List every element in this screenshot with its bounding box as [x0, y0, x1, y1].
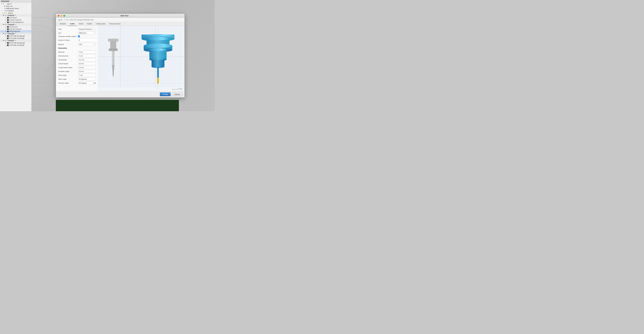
form-row-inclusive-angle: Inclusive angle fx: [58, 82, 96, 84]
diameter-input[interactable]: [78, 51, 96, 54]
tab-cutting-data[interactable]: Cutting data: [94, 22, 107, 26]
tab-post-processor[interactable]: Post processor: [107, 22, 123, 26]
tip-diameter-value: [78, 58, 96, 61]
type-label: Type: [58, 28, 77, 30]
tip-diameter-input[interactable]: [78, 58, 96, 61]
maximize-button[interactable]: [64, 15, 65, 17]
form-row-shoulder-length: Shoulder length: [58, 70, 96, 73]
svg-point-32: [150, 48, 166, 51]
form-row-length-below-holder: Length below holder: [58, 66, 96, 69]
flutes-value: ▲ ▼: [78, 38, 98, 42]
fx-button[interactable]: fx: [94, 82, 96, 84]
spindle-label: Clockwise spindle rotation: [58, 36, 77, 37]
tool-preview-large: [136, 29, 180, 89]
tab-cutter[interactable]: Cutter: [68, 22, 77, 26]
tip-diameter-label: Tip diameter: [58, 59, 77, 61]
dialog-tabs: General Cutter Shaft Holder Cutting data…: [56, 22, 184, 26]
svg-rect-4: [64, 19, 65, 19]
unit-label: Unit: [58, 32, 77, 34]
svg-point-29: [144, 44, 172, 48]
diameter-label: Diameter: [58, 51, 77, 53]
form-row-flute-length: Flute length: [58, 74, 96, 77]
tool-icon-small: [64, 19, 66, 21]
type-value: Engrave/Chamfer mill ▼: [78, 28, 96, 31]
breadcrumb-separator: /: [63, 19, 63, 21]
spindle-checkbox[interactable]: [78, 35, 80, 37]
svg-point-26: [146, 37, 170, 40]
inclusive-angle-value: fx: [78, 82, 96, 84]
tab-holder[interactable]: Holder: [85, 22, 94, 26]
tool-preview-small: [107, 37, 120, 83]
scale-line-icon: [172, 89, 178, 89]
breadcrumb-tool-name: 50 - ⌀2mm 45° (Engrave/Chamfer mill): [66, 19, 94, 21]
svg-rect-37: [157, 67, 159, 78]
type-select[interactable]: Engrave/Chamfer mill: [78, 28, 96, 31]
dialog-preview: 5 mm: [98, 26, 184, 91]
form-row-spindle: Clockwise spindle rotation: [58, 35, 96, 37]
cancel-button[interactable]: Cancel: [172, 92, 182, 96]
material-value: HSS ▼: [78, 43, 96, 46]
material-select[interactable]: HSS: [78, 43, 96, 46]
inclusive-angle-label: Inclusive angle: [58, 82, 77, 84]
flute-length-value: [78, 74, 96, 77]
svg-rect-16: [112, 51, 114, 65]
shoulder-length-label: Shoulder length: [58, 71, 77, 72]
form-row-taper-angle: Taper angle: [58, 78, 96, 81]
tab-shaft[interactable]: Shaft: [77, 22, 85, 26]
dialog-form: Type Engrave/Chamfer mill ▼ Unit Millime…: [56, 26, 98, 91]
taper-angle-label: Taper angle: [58, 78, 77, 80]
inclusive-angle-input[interactable]: [78, 82, 94, 84]
tool-preview-container: [98, 26, 184, 91]
flute-length-label: Flute length: [58, 74, 77, 76]
scale-label: 5 mm: [178, 88, 182, 90]
form-row-type: Type Engrave/Chamfer mill ▼: [58, 28, 96, 31]
bottom-green-area: [56, 100, 179, 111]
flutes-label: Number of flutes: [58, 39, 77, 41]
diameter-value: [78, 51, 96, 54]
breadcrumb-project[interactable]: cap v5: [58, 19, 62, 21]
tab-general[interactable]: General: [58, 22, 68, 26]
shaft-diameter-label: Shaft diameter: [58, 55, 77, 57]
accept-button[interactable]: Accept: [160, 92, 170, 96]
svg-marker-18: [113, 74, 114, 77]
length-below-holder-value: [78, 66, 96, 69]
form-row-flutes: Number of flutes ▲ ▼: [58, 38, 96, 42]
flutes-input[interactable]: [78, 38, 98, 42]
minimize-button[interactable]: [60, 15, 62, 17]
dialog-overlay: Edit Tool cap v5 / 50 - ⌀2mm 45° (Engrav…: [0, 0, 215, 111]
svg-rect-38: [157, 78, 159, 82]
flute-length-input[interactable]: [78, 74, 96, 77]
unit-select[interactable]: Millimeters: [78, 32, 96, 34]
svg-point-35: [152, 58, 164, 60]
svg-rect-5: [65, 19, 65, 20]
overall-length-input[interactable]: [78, 62, 96, 65]
form-row-unit: Unit Millimeters ▼: [58, 32, 96, 34]
overall-length-value: [78, 62, 96, 65]
edit-tool-dialog: Edit Tool cap v5 / 50 - ⌀2mm 45° (Engrav…: [56, 14, 184, 97]
form-row-material: Material HSS ▼: [58, 43, 96, 46]
form-row-shaft-diameter: Shaft diameter: [58, 55, 96, 57]
material-label: Material: [58, 44, 77, 45]
unit-value: Millimeters ▼: [78, 32, 96, 34]
svg-rect-13: [108, 39, 118, 41]
dialog-breadcrumb: cap v5 / 50 - ⌀2mm 45° (Engrave/Chamfer …: [56, 18, 184, 22]
dialog-body: Type Engrave/Chamfer mill ▼ Unit Millime…: [56, 26, 184, 91]
shaft-diameter-input[interactable]: [78, 55, 96, 57]
svg-rect-14: [110, 41, 116, 49]
length-below-holder-label: Length below holder: [58, 67, 77, 68]
shoulder-length-value: [78, 70, 96, 73]
flutes-spinbox: ▲ ▼: [78, 38, 98, 42]
dialog-titlebar: Edit Tool: [56, 14, 184, 18]
close-button[interactable]: [58, 15, 60, 17]
spindle-value: [78, 35, 96, 37]
geometry-title: Geometry: [58, 47, 96, 49]
overall-length-label: Overall length: [58, 63, 77, 65]
dialog-footer: Accept Cancel: [56, 91, 184, 97]
taper-angle-input[interactable]: [78, 78, 96, 81]
svg-rect-34: [152, 59, 164, 67]
form-row-diameter: Diameter: [58, 51, 96, 54]
length-below-holder-input[interactable]: [78, 66, 96, 69]
shoulder-length-input[interactable]: [78, 70, 96, 73]
svg-marker-17: [112, 65, 114, 74]
svg-rect-15: [109, 49, 118, 51]
